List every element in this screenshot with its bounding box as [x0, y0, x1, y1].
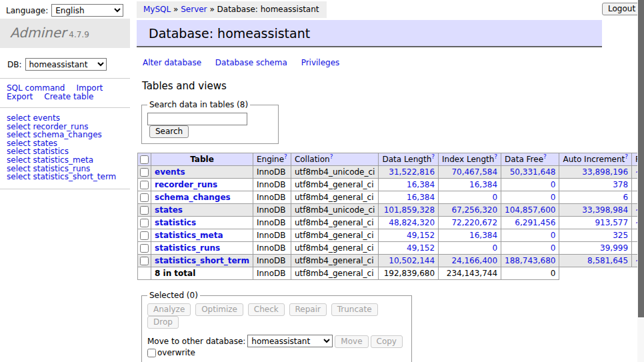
data-free-link[interactable]: 50,331,648: [510, 167, 556, 177]
app-name[interactable]: Adminer: [10, 25, 66, 41]
scrollbar-thumb[interactable]: [638, 0, 644, 317]
analyze-button[interactable]: Analyze: [147, 303, 191, 316]
index-length-link[interactable]: 0: [492, 193, 497, 202]
db-select[interactable]: homeassistant: [25, 58, 107, 71]
data-length-link[interactable]: 10,502,144: [389, 256, 435, 265]
move-button[interactable]: Move: [335, 335, 368, 348]
index-length-link[interactable]: 67,256,320: [451, 205, 497, 215]
index-length-link[interactable]: 72,220,672: [451, 218, 497, 227]
row-checkbox[interactable]: [140, 168, 149, 177]
column-help-link[interactable]: ?: [543, 153, 547, 160]
breadcrumb-current: Database: homeassistant: [217, 5, 319, 14]
table-name-link[interactable]: states: [155, 205, 183, 215]
data-free-link[interactable]: 6,291,456: [515, 218, 555, 227]
data-free-link[interactable]: 104,857,600: [505, 205, 555, 215]
search-button[interactable]: Search: [149, 125, 189, 138]
copy-button[interactable]: Copy: [371, 335, 403, 348]
overwrite-checkbox[interactable]: [147, 349, 156, 357]
language-select[interactable]: English: [51, 4, 123, 17]
logout-button[interactable]: Logout: [602, 3, 641, 15]
column-help-link[interactable]: ?: [625, 153, 628, 160]
selected-fieldset: Selected (0) Analyze Optimize Check Repa…: [141, 291, 412, 362]
data-free-link[interactable]: 0: [551, 180, 556, 189]
sidebar-item-select-schema-changes[interactable]: select schema_changes: [7, 131, 130, 139]
sidebar-item-select-statistics-short-term[interactable]: select statistics_short_term: [7, 173, 130, 181]
column-help-link[interactable]: ?: [284, 153, 287, 160]
import-link[interactable]: Import: [76, 83, 103, 93]
column-help-link[interactable]: ?: [330, 153, 333, 160]
column-help-link[interactable]: ?: [494, 153, 497, 160]
table-name-link[interactable]: statistics_meta: [155, 231, 223, 240]
drop-button[interactable]: Drop: [147, 316, 179, 329]
auto-increment-link[interactable]: 8,581,645: [587, 256, 628, 265]
repair-button[interactable]: Repair: [289, 303, 327, 316]
sidebar-item-select-statistics-meta[interactable]: select statistics_meta: [7, 156, 130, 165]
table-name-link[interactable]: schema_changes: [155, 193, 231, 202]
data-free-link[interactable]: 0: [551, 193, 556, 202]
data-free-link[interactable]: 188,743,680: [505, 256, 555, 265]
data-length-link[interactable]: 31,522,816: [389, 167, 435, 177]
sql-command-link[interactable]: SQL command: [7, 83, 65, 93]
row-checkbox[interactable]: [140, 206, 149, 215]
data-length-link[interactable]: 49,152: [407, 231, 435, 240]
create-table-link[interactable]: Create table: [44, 92, 93, 101]
row-checkbox[interactable]: [140, 257, 149, 265]
data-length-link[interactable]: 16,384: [407, 193, 435, 202]
index-length-link[interactable]: 70,467,584: [451, 167, 497, 177]
alter-database-link[interactable]: Alter database: [143, 58, 201, 67]
engine-cell: InnoDB: [253, 204, 291, 217]
auto-increment-link[interactable]: 913,577: [595, 218, 628, 227]
privileges-link[interactable]: Privileges: [301, 58, 340, 67]
column-header-data-length: Data Length?: [379, 153, 439, 166]
auto-increment-link[interactable]: 378: [613, 180, 628, 189]
engine-cell: InnoDB: [253, 166, 291, 179]
sidebar-item-select-events[interactable]: select events: [7, 114, 130, 123]
table-name-link[interactable]: recorder_runs: [155, 180, 217, 189]
database-schema-link[interactable]: Database schema: [215, 58, 287, 67]
search-input[interactable]: [147, 113, 247, 125]
app-version[interactable]: 4.7.9: [69, 30, 89, 39]
index-length-link[interactable]: 16,384: [469, 180, 497, 189]
data-length-link[interactable]: 49,152: [407, 243, 435, 253]
check-button[interactable]: Check: [248, 303, 285, 316]
breadcrumb-mysql-link[interactable]: MySQL: [143, 5, 171, 14]
page-title: Database: homeassistant: [137, 20, 602, 47]
search-fieldset: Search data in tables (8) Search: [141, 100, 279, 144]
row-checkbox[interactable]: [140, 231, 149, 240]
tables-list: Table Engine? Collation? Data Length? In…: [137, 153, 644, 280]
data-free-link[interactable]: 0: [551, 231, 556, 240]
auto-increment-link[interactable]: 39,999: [600, 243, 628, 253]
index-length-link[interactable]: 16,384: [469, 231, 497, 240]
auto-increment-link[interactable]: 6: [623, 193, 628, 202]
collation-cell: utf8mb4_general_ci: [291, 217, 379, 229]
data-length-total: 192,839,680: [379, 267, 439, 280]
row-checkbox[interactable]: [140, 219, 149, 227]
table-name-link[interactable]: statistics: [155, 218, 196, 227]
truncate-button[interactable]: Truncate: [331, 303, 378, 316]
table-name-link[interactable]: statistics_runs: [155, 243, 220, 253]
auto-increment-link[interactable]: 33,898,196: [582, 167, 628, 177]
breadcrumb-server-link[interactable]: Server: [181, 5, 207, 14]
data-length-link[interactable]: 16,384: [407, 180, 435, 189]
move-db-select[interactable]: homeassistant: [247, 335, 333, 347]
data-length-link[interactable]: 101,859,328: [384, 205, 435, 215]
select-all-checkbox[interactable]: [140, 155, 149, 164]
data-free-link[interactable]: 0: [551, 243, 556, 253]
move-row: Move to other database:homeassistantMove…: [147, 335, 406, 357]
table-name-link[interactable]: statistics_short_term: [155, 256, 249, 265]
auto-increment-link[interactable]: 33,398,984: [582, 205, 628, 215]
table-row: statistics InnoDB utf8mb4_general_ci 48,…: [138, 217, 644, 229]
index-length-link[interactable]: 24,166,400: [451, 256, 497, 265]
table-name-link[interactable]: events: [155, 167, 185, 177]
row-checkbox[interactable]: [140, 193, 149, 202]
optimize-button[interactable]: Optimize: [195, 303, 243, 316]
bulk-actions-row: Analyze Optimize Check Repair Truncate D…: [147, 303, 406, 329]
index-length-link[interactable]: 0: [492, 243, 497, 253]
column-help-link[interactable]: ?: [431, 153, 435, 160]
data-length-link[interactable]: 48,824,320: [389, 218, 435, 227]
auto-increment-link[interactable]: 325: [613, 231, 628, 240]
row-checkbox[interactable]: [140, 244, 149, 253]
export-link[interactable]: Export: [7, 92, 33, 101]
table-row: states InnoDB utf8mb4_unicode_ci 101,859…: [138, 204, 644, 217]
row-checkbox[interactable]: [140, 181, 149, 189]
